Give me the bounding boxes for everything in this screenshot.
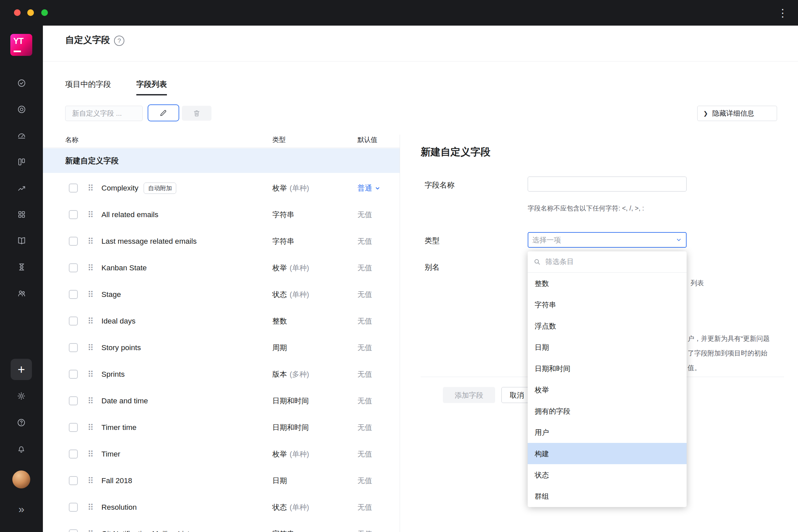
analytics-icon[interactable] [17, 184, 26, 193]
row-checkbox[interactable] [69, 237, 78, 246]
table-row[interactable]: ⠿Git Notification Mailing List字符串无值 [43, 521, 400, 532]
field-table-rows: ⠿Complexity自动附加枚举(单种)普通⠿All related emai… [43, 175, 400, 532]
row-checkbox[interactable] [69, 423, 78, 432]
drag-handle-icon[interactable]: ⠿ [88, 397, 94, 405]
search-icon [533, 258, 541, 266]
table-row[interactable]: ⠿Last message related emails字符串无值 [43, 228, 400, 255]
close-window-button[interactable] [14, 9, 21, 16]
kebab-menu-icon[interactable]: ⋮ [777, 8, 788, 18]
dropdown-option[interactable]: 浮点数 [528, 315, 687, 337]
drag-handle-icon[interactable]: ⠿ [88, 450, 94, 458]
dropdown-option[interactable]: 拥有的字段 [528, 400, 687, 422]
timesheets-icon[interactable] [17, 262, 26, 272]
table-row[interactable]: ⠿Complexity自动附加枚举(单种)普通 [43, 175, 400, 202]
drag-handle-icon[interactable]: ⠿ [88, 290, 94, 299]
row-checkbox[interactable] [69, 317, 78, 325]
page-help-icon[interactable]: ? [114, 36, 125, 46]
tab-fields-in-projects[interactable]: 项目中的字段 [65, 79, 111, 94]
field-default: 无值 [358, 335, 372, 361]
field-type: 日期和时间 [272, 414, 309, 441]
youtrack-logo[interactable]: YT [10, 34, 32, 56]
type-select-value: 选择一项 [532, 235, 561, 245]
logo-underscore [14, 51, 21, 52]
drag-handle-icon[interactable]: ⠿ [88, 476, 94, 485]
drag-handle-icon[interactable]: ⠿ [88, 423, 94, 432]
drag-handle-icon[interactable]: ⠿ [88, 370, 94, 379]
table-row[interactable]: ⠿Date and time日期和时间无值 [43, 388, 400, 414]
add-field-button[interactable]: 添加字段 [443, 387, 495, 403]
dropdown-option[interactable]: 日期 [528, 337, 687, 358]
delete-button[interactable] [182, 106, 211, 121]
zoom-window-button[interactable] [41, 9, 48, 16]
table-row[interactable]: ⠿Ideal days整数无值 [43, 308, 400, 335]
team-icon[interactable] [17, 289, 26, 298]
field-default: 无值 [358, 228, 372, 255]
minimize-window-button[interactable] [27, 9, 34, 16]
table-row[interactable]: ⠿Stage状态(单种)无值 [43, 281, 400, 308]
dropdown-option[interactable]: 整数 [528, 273, 687, 294]
field-name: Last message related emails [101, 237, 196, 246]
field-default[interactable]: 普通 [358, 175, 380, 202]
trash-icon [192, 109, 201, 117]
table-row[interactable]: ⠿Timer枚举(单种)无值 [43, 441, 400, 468]
reports-icon[interactable] [17, 131, 26, 140]
expand-sidebar-icon[interactable]: » [0, 504, 43, 514]
field-type: 周期 [272, 335, 287, 361]
row-checkbox[interactable] [69, 503, 78, 512]
boards-icon[interactable] [17, 157, 26, 167]
dropdown-option[interactable]: 构建 [528, 443, 687, 464]
settings-gear-icon[interactable] [17, 391, 26, 401]
dropdown-option[interactable]: 字符串 [528, 294, 687, 315]
apps-grid-icon[interactable] [17, 210, 26, 219]
tasks-icon[interactable] [17, 78, 26, 88]
row-checkbox[interactable] [69, 343, 78, 352]
table-row[interactable]: ⠿Kanban State枚举(单种)无值 [43, 255, 400, 281]
knowledge-base-icon[interactable] [17, 236, 26, 245]
new-field-row[interactable]: 新建自定义字段 [43, 148, 400, 173]
drag-handle-icon[interactable]: ⠿ [88, 210, 94, 219]
row-checkbox[interactable] [69, 184, 78, 192]
dropdown-option[interactable]: 日期和时间 [528, 358, 687, 379]
table-row[interactable]: ⠿Fall 2018日期无值 [43, 468, 400, 494]
row-checkbox[interactable] [69, 529, 78, 532]
field-name: All related emails [101, 210, 158, 219]
tab-field-list[interactable]: 字段列表 [136, 79, 167, 95]
table-row[interactable]: ⠿Resolution状态(单种)无值 [43, 494, 400, 521]
dropdown-option[interactable]: 状态 [528, 464, 687, 486]
hide-details-button[interactable]: ❯ 隐藏详细信息 [697, 106, 777, 121]
table-row[interactable]: ⠿All related emails字符串无值 [43, 202, 400, 228]
type-select[interactable]: 选择一项 [528, 232, 687, 248]
row-checkbox[interactable] [69, 396, 78, 405]
dropdown-option[interactable]: 枚举 [528, 379, 687, 400]
dashboards-icon[interactable] [17, 105, 26, 114]
drag-handle-icon[interactable]: ⠿ [88, 317, 94, 325]
row-checkbox[interactable] [69, 263, 78, 272]
row-checkbox[interactable] [69, 450, 78, 458]
row-checkbox[interactable] [69, 370, 78, 379]
row-checkbox[interactable] [69, 476, 78, 485]
drag-handle-icon[interactable]: ⠿ [88, 184, 94, 192]
table-row[interactable]: ⠿Timer time日期和时间无值 [43, 414, 400, 441]
new-field-row-label: 新建自定义字段 [65, 156, 119, 166]
field-name-input[interactable] [528, 176, 687, 191]
drag-handle-icon[interactable]: ⠿ [88, 503, 94, 512]
create-button[interactable]: + [11, 359, 32, 380]
notifications-bell-icon[interactable] [17, 444, 26, 454]
table-row[interactable]: ⠿Story points周期无值 [43, 335, 400, 361]
dropdown-filter-input[interactable] [545, 258, 681, 266]
edit-button[interactable] [148, 104, 179, 121]
new-custom-field-button[interactable]: 新自定义字段 ... [65, 106, 142, 121]
field-default: 无值 [358, 281, 372, 308]
row-checkbox[interactable] [69, 290, 78, 299]
dropdown-option[interactable]: 群组 [528, 486, 687, 507]
row-checkbox[interactable] [69, 210, 78, 219]
drag-handle-icon[interactable]: ⠿ [88, 264, 94, 272]
table-row[interactable]: ⠿Sprints版本(多种)无值 [43, 361, 400, 388]
field-name: Git Notification Mailing List [101, 530, 190, 532]
drag-handle-icon[interactable]: ⠿ [88, 237, 94, 246]
avatar[interactable] [12, 471, 30, 489]
drag-handle-icon[interactable]: ⠿ [88, 530, 94, 532]
dropdown-option[interactable]: 用户 [528, 422, 687, 443]
help-icon[interactable] [17, 418, 26, 427]
drag-handle-icon[interactable]: ⠿ [88, 343, 94, 352]
